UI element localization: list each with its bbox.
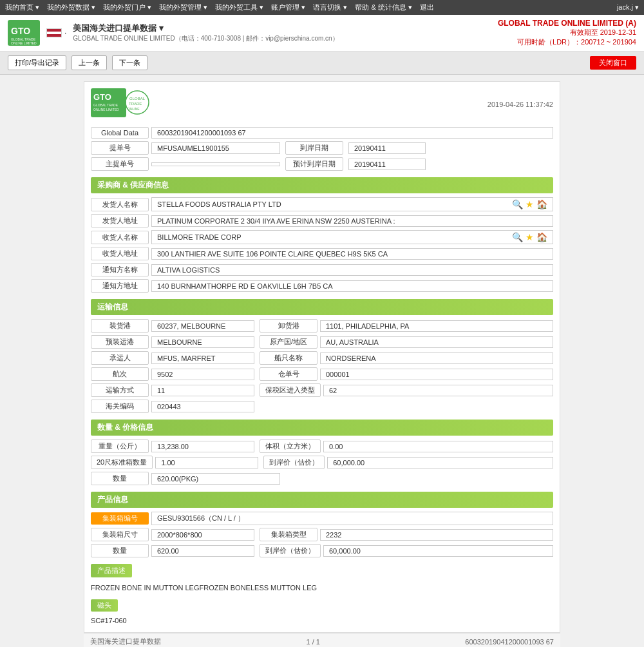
transport-label: 运输方式 xyxy=(91,383,149,397)
nav-account[interactable]: 账户管理 ▾ xyxy=(271,3,305,12)
bill-no-label: 提单号 xyxy=(91,141,149,155)
master-bill-value xyxy=(151,162,280,166)
consignee-search-icon[interactable]: 🔍 xyxy=(512,232,523,242)
consignee-addr-value: 300 LANTHIER AVE SUITE 106 POINTE CLAIRE… xyxy=(151,248,553,260)
quantity-section-header: 数量 & 价格信息 xyxy=(91,420,553,436)
voyage-value: 9502 xyxy=(151,369,254,380)
product-qty-value: 620.00 xyxy=(151,545,254,557)
consignee-name-value: BILLMORE TRADE CORP 🔍 ★ 🏠 xyxy=(151,230,553,244)
product-desc-label: 产品描述 xyxy=(91,564,132,577)
nav-help[interactable]: 帮助 & 统计信息 ▾ xyxy=(355,3,412,12)
ldr: 可用时龄（LDR）：200712 ~ 201904 xyxy=(498,37,636,47)
qty-value-value: 60,000.00 xyxy=(327,457,553,468)
master-bill-label: 主提单号 xyxy=(91,157,149,171)
header: GTO GLOBAL TRADE ONLINE LIMITED · 美国海关进口… xyxy=(0,15,644,52)
global-data-label: Global Data xyxy=(91,127,149,139)
load-port-label: 装货港 xyxy=(91,319,149,333)
source-value: SC#17-060 xyxy=(91,615,553,626)
consignee-star-icon[interactable]: ★ xyxy=(526,232,534,242)
notify-name-row: 通知方名称 ALTIVA LOGISTICS xyxy=(91,263,553,276)
nav-management[interactable]: 我的外贸管理 ▾ xyxy=(159,3,207,12)
record-card: GTO GLOBAL TRADE ONLINE LIMITED GLOBAL T… xyxy=(84,81,560,633)
teu-value-row: 20尺标准箱数量 1.00 到岸价（估价） 60,000.00 xyxy=(91,456,553,469)
shipper-addr-label: 发货人地址 xyxy=(91,214,149,227)
customs-value: 020443 xyxy=(151,401,254,412)
nav-portal[interactable]: 我的外贸门户 ▾ xyxy=(103,3,151,12)
page-subtitle: GLOBAL TRADE ONLINE LIMITED（电话：400-710-3… xyxy=(73,34,338,43)
product-qty-val-row: 数量 620.00 到岸价（估价） 60,000.00 xyxy=(91,544,553,557)
global-data-row: Global Data 60032019041200001093 67 xyxy=(91,127,553,139)
pagination-record-id: 60032019041200001093 67 xyxy=(465,638,554,646)
nav-logout[interactable]: 退出 xyxy=(420,3,434,12)
nav-trade-data[interactable]: 我的外贸数据 ▾ xyxy=(47,3,95,12)
load-port-value: 60237, MELBOURNE xyxy=(151,320,254,332)
container-no-value: GESU9301566（CN / L / ） xyxy=(151,512,553,525)
arrival-date-label: 到岸日期 xyxy=(285,141,343,155)
pagination-info: 1 / 1 xyxy=(306,638,319,646)
discharge-port-label: 卸货港 xyxy=(260,319,317,333)
container-no-label: 集装箱编号 xyxy=(91,512,149,525)
prev-button[interactable]: 上一条 xyxy=(71,55,107,70)
pre-voyage-label: 预装运港 xyxy=(91,335,149,349)
transport-value: 11 xyxy=(151,385,254,396)
consignee-name-label: 收货人名称 xyxy=(91,231,149,244)
source-section: 磁头 xyxy=(91,597,553,614)
shipper-home-icon[interactable]: 🏠 xyxy=(536,199,547,209)
product-desc-section: 产品描述 xyxy=(91,561,553,580)
page-title: 美国海关进口提单数据 ▾ xyxy=(73,23,338,34)
pagination-left: 美国海关进口提单数据 xyxy=(90,637,161,646)
source-label: 磁头 xyxy=(91,599,118,612)
voyage-origin-row: 预装运港 MELBOURNE 原产国/地区 AU, AUSTRALIA xyxy=(91,335,553,349)
svg-text:ONLINE LIMITED: ONLINE LIMITED xyxy=(11,41,37,45)
page-title-block: 美国海关进口提单数据 ▾ GLOBAL TRADE ONLINE LIMITED… xyxy=(73,23,338,43)
record-logo-svg: GTO GLOBAL TRADE ONLINE LIMITED GLOBAL T… xyxy=(91,88,168,121)
header-left: GTO GLOBAL TRADE ONLINE LIMITED · 美国海关进口… xyxy=(8,20,339,46)
container-no-row: 集装箱编号 GESU9301566（CN / L / ） xyxy=(91,512,553,525)
transport-ftz-row: 运输方式 11 保税区进入类型 62 xyxy=(91,383,553,397)
notify-name-value: ALTIVA LOGISTICS xyxy=(151,264,553,276)
pre-voyage-value: MELBOURNE xyxy=(151,336,254,348)
bill-row: 提单号 MFUSAUMEL1900155 到岸日期 20190411 xyxy=(91,141,553,155)
est-arrival-value: 20190411 xyxy=(348,159,426,170)
svg-text:TRADE: TRADE xyxy=(129,102,142,106)
next-button[interactable]: 下一条 xyxy=(112,55,147,70)
main-content: GTO GLOBAL TRADE ONLINE LIMITED GLOBAL T… xyxy=(0,75,644,647)
vessel-value: NORDSERENA xyxy=(320,352,553,364)
quantity-value: 620.00(PKG) xyxy=(151,473,280,485)
global-data-value: 60032019041200001093 67 xyxy=(151,127,553,139)
nav-home[interactable]: 我的首页 ▾ xyxy=(5,3,39,12)
warehouse-value: 000001 xyxy=(320,369,553,380)
shipper-star-icon[interactable]: ★ xyxy=(526,199,534,209)
voyage-warehouse-row: 航次 9502 仓单号 000001 xyxy=(91,367,553,381)
top-toolbar: 打印/导出记录 上一条 下一条 关闭窗口 xyxy=(0,52,644,75)
print-button[interactable]: 打印/导出记录 xyxy=(8,55,66,70)
svg-text:GLOBAL: GLOBAL xyxy=(129,97,146,101)
logo: GTO GLOBAL TRADE ONLINE LIMITED xyxy=(8,20,40,46)
product-desc-content: FROZEN BONE IN MUTTON LEGFROZEN BONELESS… xyxy=(91,581,553,594)
est-arrival-label: 预计到岸日期 xyxy=(285,157,343,171)
close-button[interactable]: 关闭窗口 xyxy=(590,56,636,70)
consignee-addr-row: 收货人地址 300 LANTHIER AVE SUITE 106 POINTE … xyxy=(91,247,553,260)
company-name: GLOBAL TRADE ONLINE LIMITED (A) xyxy=(498,19,636,28)
container-size-label: 集装箱尺寸 xyxy=(91,528,149,541)
arrival-date-value: 20190411 xyxy=(348,142,426,154)
nav-tools[interactable]: 我的外贸工具 ▾ xyxy=(215,3,263,12)
vessel-label: 船只名称 xyxy=(260,351,317,365)
container-type-label: 集装箱类型 xyxy=(260,528,317,541)
carrier-vessel-row: 承运人 MFUS, MARFRET 船只名称 NORDSERENA xyxy=(91,351,553,365)
bill-no-value: MFUSAUMEL1900155 xyxy=(151,142,280,154)
svg-text:GLOBAL TRADE: GLOBAL TRADE xyxy=(93,103,118,107)
supplier-section-header: 采购商 & 供应商信息 xyxy=(91,177,553,193)
shipper-name-row: 发货人名称 STELLA FOODS AUSTRALIA PTY LTD 🔍 ★… xyxy=(91,197,553,211)
product-qty-label: 数量 xyxy=(91,544,149,557)
consignee-home-icon[interactable]: 🏠 xyxy=(536,232,547,242)
discharge-port-value: 1101, PHILADELPHIA, PA xyxy=(320,320,553,332)
customs-label: 海关编码 xyxy=(91,400,149,413)
valid-until: 有效期至 2019-12-31 xyxy=(498,28,636,37)
qty-value-label: 到岸价（估价） xyxy=(263,456,325,469)
svg-text:ONLINE LIMITED: ONLINE LIMITED xyxy=(93,108,119,111)
user-info[interactable]: jack.j ▾ xyxy=(617,3,639,12)
nav-language[interactable]: 语言切换 ▾ xyxy=(313,3,347,12)
logo-svg: GTO GLOBAL TRADE ONLINE LIMITED xyxy=(8,20,40,46)
shipper-search-icon[interactable]: 🔍 xyxy=(512,199,523,209)
